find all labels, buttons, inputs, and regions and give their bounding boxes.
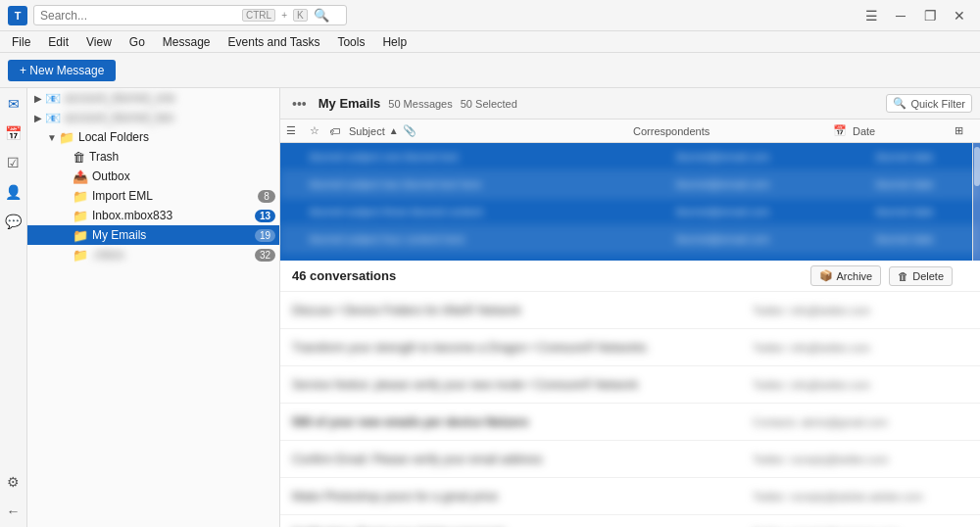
email-4-correspondent: Contacts: alerts@gmail.com (753, 416, 968, 428)
email-row-1[interactable]: Discuss • Device Folders for iiNet® Netw… (280, 292, 980, 329)
email-5-subject: Confirm Email: Please verify your email … (292, 453, 745, 466)
mbox-file-folder[interactable]: 📁 .mbox 32 (27, 245, 279, 264)
menu-item-go[interactable]: Go (122, 33, 153, 51)
search-icon: 🔍 (314, 8, 329, 23)
email-row-6[interactable]: Make Photoshop yours for a great price T… (280, 478, 980, 515)
email-selected-count: 50 Selected (461, 98, 517, 110)
highlighted-row-1[interactable]: blurred subject one blurred text blurred… (280, 143, 980, 170)
hl-row-4-correspondent: blurred@email.com (676, 233, 872, 245)
outbox-folder[interactable]: 📤 Outbox (27, 167, 279, 186)
menu-item-events-and-tasks[interactable]: Events and Tasks (220, 33, 328, 51)
account-1-arrow: ▶ (31, 91, 45, 105)
col-date-header[interactable]: Date (853, 125, 951, 137)
quick-filter-button[interactable]: 🔍 Quick Filter (886, 94, 972, 113)
minimize-button[interactable]: ─ (888, 3, 913, 28)
delete-label: Delete (912, 270, 944, 282)
email-panel-header: ••• My Emails 50 Messages 50 Selected 🔍 … (280, 88, 980, 120)
account-2-name: account_blurred_two (65, 111, 275, 124)
hl-row-3-subject: blurred subject three blurred content (310, 206, 672, 217)
sidebar-icon-mail[interactable]: ✉ (4, 94, 24, 114)
mbox-file-label: .mbox (92, 248, 255, 262)
inbox-mbox-icon: 📁 (73, 209, 88, 223)
quick-filter-label: Quick Filter (910, 98, 965, 110)
trash-folder[interactable]: 🗑 Trash (27, 147, 279, 167)
local-folders-row[interactable]: ▼ 📁 Local Folders (27, 127, 279, 147)
mbox-file-badge: 32 (255, 249, 275, 262)
hl-row-1-correspondent: blurred@email.com (676, 151, 872, 163)
filter-icon: 🔍 (893, 97, 906, 110)
search-shortcut-k: K (293, 9, 308, 22)
hl-row-4-date: blurred date (876, 233, 974, 245)
email-3-correspondent: Twitter: info@twitter.com (753, 379, 968, 391)
email-row-4[interactable]: 500 of your new emails per device Netzer… (280, 404, 980, 441)
trash-label: Trash (89, 150, 275, 164)
local-folders-arrow: ▼ (45, 130, 59, 144)
title-bar: T CTRL + K 🔍 ☰ ─ ❐ ✕ (0, 0, 980, 31)
my-emails-badge: 19 (255, 229, 275, 242)
col-correspondents-header[interactable]: Correspondents (633, 125, 829, 137)
hamburger-button[interactable]: ☰ (858, 3, 884, 28)
email-panel-title: My Emails (318, 96, 381, 111)
highlighted-row-4[interactable]: blurred subject four content here blurre… (280, 225, 980, 253)
delete-button[interactable]: 🗑 Delete (889, 266, 953, 286)
email-panel: ••• My Emails 50 Messages 50 Selected 🔍 … (280, 88, 980, 527)
email-row-5[interactable]: Confirm Email: Please verify your email … (280, 441, 980, 478)
search-input[interactable] (40, 9, 236, 23)
folder-tree: ▶ 📧 account_blurred_one ▶ 📧 account_blur… (27, 88, 280, 527)
title-bar-left: T CTRL + K 🔍 (8, 5, 347, 25)
highlighted-rows-area: blurred subject one blurred text blurred… (280, 143, 980, 261)
menu-bar: FileEditViewGoMessageEvents and TasksToo… (0, 31, 980, 53)
sidebar-icon-chat[interactable]: 💬 (4, 212, 24, 231)
menu-item-view[interactable]: View (78, 33, 120, 51)
sidebar-icon-calendar[interactable]: 📅 (4, 123, 24, 143)
import-eml-label: Import EML (92, 189, 258, 203)
col-expand-icon[interactable]: ⊞ (955, 124, 974, 137)
inbox-mbox-badge: 13 (255, 210, 275, 222)
email-list[interactable]: Discuss • Device Folders for iiNet® Netw… (280, 292, 980, 527)
col-star-icon[interactable]: ☆ (310, 124, 325, 137)
inbox-mbox-folder[interactable]: 📁 Inbox.mbox833 13 (27, 206, 279, 225)
archive-icon: 📦 (819, 269, 833, 282)
main-layout: ✉ 📅 ☑ 👤 💬 ⚙ ← ▶ 📧 account_blurred_one ▶ … (0, 88, 980, 527)
close-button[interactable]: ✕ (947, 3, 972, 28)
my-emails-folder[interactable]: 📁 My Emails 19 (27, 225, 279, 245)
sort-arrow-icon: ▲ (389, 125, 399, 136)
import-eml-icon: 📁 (73, 189, 88, 204)
account-2-row[interactable]: ▶ 📧 account_blurred_two (27, 108, 279, 127)
highlighted-row-2[interactable]: blurred subject two blurred text here bl… (280, 170, 980, 198)
menu-item-message[interactable]: Message (155, 33, 219, 51)
sidebar-icons: ✉ 📅 ☑ 👤 💬 ⚙ ← (0, 88, 27, 527)
col-thread-icon[interactable]: ☰ (286, 124, 306, 137)
col-tag-icon[interactable]: 🏷 (329, 125, 345, 137)
search-shortcut-plus: + (281, 10, 287, 21)
menu-item-tools[interactable]: Tools (329, 33, 372, 51)
outbox-label: Outbox (92, 169, 275, 183)
email-2-correspondent: Twitter: info@twitter.com (753, 342, 968, 354)
sidebar-icon-back[interactable]: ← (4, 502, 24, 521)
account-1-row[interactable]: ▶ 📧 account_blurred_one (27, 88, 279, 108)
col-subject-header[interactable]: Subject ▲ 📎 (349, 124, 629, 137)
email-5-correspondent: Twitter: noreply@twitter.com (753, 454, 968, 465)
hl-row-1-date: blurred date (876, 151, 974, 163)
archive-button[interactable]: 📦 Archive (810, 265, 882, 286)
app-logo: T (8, 6, 27, 25)
email-row-3[interactable]: Service Notice: please verify your new m… (280, 366, 980, 404)
email-row-7[interactable]: Notification: Reset your Adobe password … (280, 515, 980, 527)
more-options-button[interactable]: ••• (288, 94, 311, 114)
sidebar-icon-contacts[interactable]: 👤 (4, 182, 24, 202)
sidebar-icon-tasks[interactable]: ☑ (4, 153, 24, 172)
menu-item-file[interactable]: File (4, 33, 38, 51)
highlighted-row-3[interactable]: blurred subject three blurred content bl… (280, 198, 980, 225)
account-2-arrow: ▶ (31, 111, 45, 124)
import-eml-folder[interactable]: 📁 Import EML 8 (27, 186, 279, 206)
account-1-name: account_blurred_one (65, 91, 275, 105)
email-6-correspondent: Twitter: noreply@adobe.adobe.com (753, 491, 968, 503)
hl-row-1-subject: blurred subject one blurred text (310, 151, 672, 163)
search-bar[interactable]: CTRL + K 🔍 (33, 5, 347, 25)
email-row-2[interactable]: Transform your strength to become a Drag… (280, 329, 980, 366)
new-message-button[interactable]: + New Message (8, 60, 116, 81)
menu-item-edit[interactable]: Edit (40, 33, 76, 51)
sidebar-icon-settings[interactable]: ⚙ (4, 472, 24, 492)
restore-button[interactable]: ❐ (917, 3, 943, 28)
menu-item-help[interactable]: Help (374, 33, 415, 51)
